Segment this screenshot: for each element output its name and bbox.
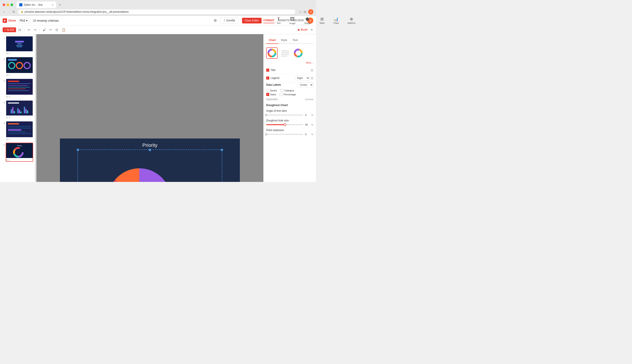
play-button[interactable]: ▶ PLAY: [296, 28, 309, 32]
handle-top-left[interactable]: [77, 149, 79, 151]
close-window-button[interactable]: [3, 4, 5, 6]
svg-rect-18: [8, 102, 19, 104]
slide-notes-1[interactable]: ≡: [9, 52, 10, 54]
slide-thumb-2[interactable]: 2 ⊡ ≡: [2, 57, 33, 77]
legend-option-row: Legend Right Left Top Bottom ⊡: [266, 74, 313, 82]
data-labels-position-select[interactable]: Center Inside Outside: [298, 82, 313, 87]
data-labels-title: Data Labels: [266, 83, 298, 86]
slide-notes-3[interactable]: ≡: [9, 96, 10, 98]
chart-preview-donut2[interactable]: [293, 47, 304, 59]
slide-preview-4[interactable]: ⊡ ≡: [6, 100, 33, 119]
handle-top-right[interactable]: [221, 149, 223, 151]
browser-tab[interactable]: J Zylker Inc. - Jira ×: [17, 2, 56, 8]
hole-size-label: Doughnut hole size: [266, 119, 313, 122]
bookmark-button[interactable]: ☆: [299, 10, 302, 14]
slide-icon-1[interactable]: ⊡: [6, 52, 8, 54]
chart-preview-list[interactable]: [279, 47, 291, 59]
forward-button[interactable]: ›: [7, 9, 10, 14]
explosion-slider-track[interactable]: [266, 134, 303, 135]
explosion-slider-thumb[interactable]: [265, 133, 268, 136]
minimize-window-button[interactable]: [7, 4, 9, 6]
slide-thumb-4[interactable]: 4: [2, 100, 33, 119]
paste-button[interactable]: 📋: [60, 27, 67, 32]
slide-icon-3[interactable]: ⊡: [6, 96, 8, 98]
format-tab[interactable]: FORMAT: [263, 18, 274, 23]
extensions-button[interactable]: ⊡: [304, 10, 306, 14]
url-text: johndoe.atlassian.net/projects/ZLR?selec…: [25, 10, 129, 13]
svg-rect-22: [17, 108, 19, 113]
category-checkbox[interactable]: [280, 89, 284, 92]
insert-text-button[interactable]: T Text: [275, 16, 282, 25]
percentage-check-label[interactable]: Percentage: [280, 93, 296, 96]
svg-point-68: [296, 51, 300, 55]
slide-preview-3[interactable]: ⊡ ≡: [6, 78, 33, 98]
play-dropdown-button[interactable]: ▾: [310, 28, 313, 32]
title-checkbox[interactable]: [266, 68, 269, 72]
tab-style[interactable]: Style: [278, 37, 290, 44]
cut-button[interactable]: ✂: [48, 27, 53, 32]
legend-checkbox-label: Legend: [266, 76, 295, 80]
value-check-label[interactable]: Value: [266, 93, 276, 96]
layout-button[interactable]: ⊡: [17, 27, 23, 33]
data-labels-row: Data Labels Center Inside Outside: [266, 82, 313, 87]
slide-notes-6[interactable]: ≡: [9, 159, 10, 161]
percentage-checkbox[interactable]: [280, 93, 283, 96]
share-label: SHARE: [226, 19, 235, 22]
redo-button[interactable]: ↪: [33, 27, 38, 32]
maximize-window-button[interactable]: [11, 4, 13, 6]
slide-thumb-1[interactable]: 1 ⊡ ≡: [2, 36, 33, 55]
series-check-label[interactable]: Series: [266, 89, 277, 92]
slide-preview-6[interactable]: Priority ⊡ ≡: [6, 143, 33, 162]
new-tab-button[interactable]: +: [57, 3, 63, 7]
tab-text[interactable]: Text: [290, 37, 300, 44]
slide-notes-5[interactable]: ≡: [9, 138, 10, 140]
slide-thumb-5[interactable]: 5 ⊡: [2, 121, 33, 141]
angle-slider-control: 0 %: [266, 114, 313, 116]
slide-preview-2[interactable]: ⊡ ≡: [6, 57, 33, 77]
angle-slider-thumb[interactable]: [265, 114, 268, 116]
copy-button[interactable]: ⊡: [54, 27, 60, 32]
refresh-button[interactable]: ↻: [12, 9, 16, 14]
slide-preview-1[interactable]: ⊡ ≡: [6, 36, 33, 55]
separator-row: Separator Comma: [266, 98, 313, 101]
slide-icon-2[interactable]: ⊡: [6, 74, 8, 76]
back-button[interactable]: ‹: [3, 9, 6, 14]
slide-thumb-3[interactable]: 3 ⊡: [2, 78, 33, 98]
share-button[interactable]: ⤴ SHARE: [220, 18, 239, 24]
category-check-label[interactable]: Category: [280, 89, 294, 92]
settings-button[interactable]: ⚙: [212, 18, 219, 24]
hole-size-slider-thumb[interactable]: [284, 124, 286, 126]
slide-icon-6[interactable]: ⊡: [6, 159, 8, 161]
tab-chart[interactable]: Chart: [266, 37, 278, 44]
browser-chrome: J Zylker Inc. - Jira × + ‹ › ↻ 🔒 johndoe…: [0, 0, 316, 16]
text-label: Text: [277, 22, 280, 24]
insert-shape-button[interactable]: ⬟ Shape: [302, 16, 312, 26]
angle-slider-track[interactable]: [266, 114, 303, 116]
file-button[interactable]: FILE ▾: [18, 18, 29, 23]
format-paint-button[interactable]: 🖌: [42, 27, 47, 32]
close-editor-button[interactable]: Close Editor: [242, 18, 262, 24]
slide-notes-4[interactable]: ≡: [9, 116, 10, 119]
more-link[interactable]: More...: [266, 61, 313, 64]
title-copy-icon[interactable]: ⊡: [311, 68, 313, 72]
address-bar[interactable]: 🔒 johndoe.atlassian.net/projects/ZLR?sel…: [18, 9, 296, 14]
undo-button[interactable]: ↩: [26, 27, 32, 32]
slide-icon-4[interactable]: ⊡: [6, 116, 8, 119]
slide-thumb-6[interactable]: 6 Priority: [2, 143, 33, 162]
series-checkbox[interactable]: [266, 89, 269, 92]
insert-tools: T Text 🖼 Image ⬟ Shape ⊞ Table 📊 Chart ⊕: [275, 16, 316, 26]
insert-image-button[interactable]: 🖼 Image: [288, 16, 297, 26]
add-slide-button[interactable]: + SLIDE: [3, 28, 16, 32]
slide-preview-5[interactable]: ⊡ ≡: [6, 121, 33, 141]
chart-preview-donut[interactable]: [266, 47, 278, 59]
slide-icon-5[interactable]: ⊡: [6, 138, 8, 140]
separator-label: Separator: [266, 98, 305, 101]
legend-position-select[interactable]: Right Left Top Bottom: [295, 76, 310, 80]
legend-copy-icon[interactable]: ⊡: [311, 76, 313, 80]
tab-close-button[interactable]: ×: [52, 3, 54, 6]
hole-size-slider-track[interactable]: [266, 124, 303, 125]
legend-checkbox[interactable]: [266, 76, 269, 80]
slide-notes-2[interactable]: ≡: [9, 74, 10, 76]
explosion-slider-row: Point explosion 0 %: [266, 129, 313, 136]
value-checkbox[interactable]: [266, 93, 269, 96]
